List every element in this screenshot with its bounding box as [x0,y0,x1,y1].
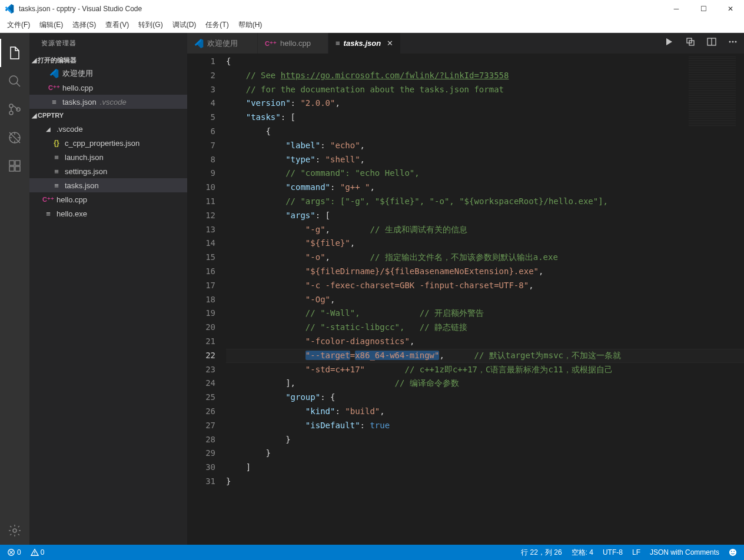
open-changes-icon[interactable] [684,35,697,48]
svg-rect-6 [15,161,20,165]
feedback-icon[interactable] [726,548,739,556]
maximize-button[interactable]: ☐ [690,0,717,18]
code-line: // for the documentation about the tasks… [226,83,744,97]
code-line: "version": "2.0.0", [226,96,744,111]
tab-label: 欢迎使用 [207,38,238,49]
code-line: "-o", // 指定输出文件名，不加该参数则默认输出a.exe [226,251,744,265]
tab-label: hello.cpp [280,39,311,48]
svg-point-13 [729,41,731,43]
line-number: 24 [187,376,215,391]
menu-item[interactable]: 编辑(E) [35,19,68,31]
file-label: tasks.json [65,181,99,190]
code-line: // "args": ["-g", "${file}", "-o", "${wo… [226,195,744,209]
line-number: 17 [187,279,215,293]
search-icon[interactable] [0,67,29,95]
status-language[interactable]: JSON with Comments [647,548,722,556]
explorer-icon[interactable] [0,39,29,67]
menu-item[interactable]: 文件(F) [2,19,35,31]
editor-actions [663,35,739,48]
svg-point-2 [9,111,13,115]
line-gutter: 1234567891011121314151617181920212223242… [187,54,226,545]
status-encoding[interactable]: UTF-8 [600,548,625,556]
open-editor-item[interactable]: 欢迎使用 [29,66,187,81]
code-line: // See https://go.microsoft.com/fwlink/?… [226,69,744,83]
menu-item[interactable]: 转到(G) [134,19,167,31]
close-button[interactable]: ✕ [717,0,744,18]
menu-item[interactable]: 查看(V) [101,19,134,31]
code-line: "${fileDirname}/${fileBasenameNoExtensio… [226,265,744,279]
tree-item[interactable]: C⁺⁺hello.cpp [29,192,187,206]
open-editor-item[interactable]: ≡tasks.json.vscode [29,95,187,109]
code-line: // "command": "echo Hello", [226,166,744,181]
menu-item[interactable]: 调试(D) [168,19,201,31]
tree-item[interactable]: {}c_cpp_properties.json [29,136,187,150]
split-editor-icon[interactable] [705,35,718,48]
line-number: 8 [187,153,215,167]
menu-item[interactable]: 帮助(H) [234,19,267,31]
menu-item[interactable]: 选择(S) [68,19,101,31]
line-number: 25 [187,391,215,405]
code-line: // "-Wall", // 开启额外警告 [226,306,744,321]
file-label: hello.cpp [62,84,93,92]
svg-point-1 [9,104,13,108]
settings-icon[interactable] [0,516,29,545]
line-number: 28 [187,433,215,447]
json-icon: ≡ [52,153,61,162]
file-path: .vscode [100,98,127,106]
status-position[interactable]: 行 22，列 26 [519,548,564,558]
status-warnings[interactable]: 0 [28,548,47,556]
svg-point-0 [9,76,18,84]
line-number: 11 [187,195,215,209]
code-line: "--target=x86_64-w64-mingw", // 默认target… [226,349,744,363]
folder-header[interactable]: ◢CPPTRY [29,109,187,122]
extensions-icon[interactable] [0,152,29,180]
code-line: ] [226,461,744,475]
code-line: } [226,433,744,447]
open-editors-header[interactable]: ◢打开的编辑器 [29,54,187,66]
status-spaces[interactable]: 空格: 4 [569,548,596,558]
vscode-icon [5,4,14,14]
editor-tab[interactable]: 欢迎使用 [187,33,258,54]
open-editor-item[interactable]: C⁺⁺hello.cpp [29,81,187,95]
code-line: "group": { [226,391,744,405]
debug-icon[interactable] [0,124,29,152]
code-line: "type": "shell", [226,153,744,167]
run-icon[interactable] [663,35,676,48]
svg-rect-8 [15,166,20,171]
line-number: 2 [187,69,215,83]
tree-item[interactable]: ◢.vscode [29,122,187,136]
svg-point-17 [729,549,736,556]
status-errors[interactable]: 0 [5,548,24,556]
file-label: .vscode [57,125,83,134]
minimize-button[interactable]: ─ [663,0,690,18]
status-eol[interactable]: LF [630,548,643,556]
line-number: 21 [187,335,215,349]
line-number: 27 [187,419,215,433]
status-bar: 0 0 行 22，列 26 空格: 4 UTF-8 LF JSON with C… [0,545,744,560]
file-label: hello.cpp [57,195,87,204]
code-line: "kind": "build", [226,405,744,419]
menu-item[interactable]: 任务(T) [201,19,233,31]
tree-item[interactable]: ≡launch.json [29,150,187,164]
tab-bar: 欢迎使用C⁺⁺hello.cpp≡tasks.json✕ [187,33,744,54]
file-label: 欢迎使用 [62,68,93,79]
close-tab-icon[interactable]: ✕ [387,39,393,48]
code-editor[interactable]: { // See https://go.microsoft.com/fwlink… [226,54,744,545]
tree-item[interactable]: ≡settings.json [29,164,187,178]
source-control-icon[interactable] [0,95,29,124]
more-icon[interactable] [726,35,739,48]
editor-tab[interactable]: C⁺⁺hello.cpp [258,33,328,54]
line-number: 23 [187,363,215,377]
code-line: ], // 编译命令参数 [226,376,744,391]
editor-tab[interactable]: ≡tasks.json✕ [328,33,401,54]
code-line: "${file}", [226,236,744,251]
folder-open-icon: ◢ [44,126,53,132]
json-icon: ≡ [52,181,61,190]
json-icon: ≡ [52,167,61,176]
tree-item[interactable]: ≡hello.exe [29,206,187,221]
code-line: "-Og", [226,293,744,307]
code-line: { [226,55,744,69]
file-label: launch.json [65,153,104,162]
tree-item[interactable]: ≡tasks.json [29,178,187,192]
svg-point-19 [733,551,735,552]
